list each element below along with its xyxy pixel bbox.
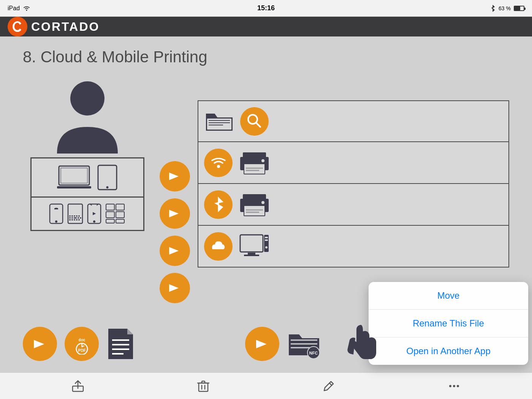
bottom-toolbar [0,372,532,399]
bottom-arrow-left [23,327,57,361]
left-section: ▶ [23,78,152,231]
svg-point-31 [93,220,95,223]
svg-rect-4 [61,168,87,183]
arrow-circle-1 [160,161,190,192]
svg-rect-28 [78,219,80,220]
status-right: 63 % [490,5,524,12]
bluetooth-circle [204,190,233,219]
svg-marker-46 [169,284,179,292]
svg-rect-67 [241,236,262,250]
status-left: iPad [8,5,30,12]
svg-rect-61 [243,194,266,200]
svg-rect-25 [71,219,73,220]
document-icon [106,327,135,361]
bluetooth-icon [490,5,496,12]
svg-rect-16 [74,215,75,217]
svg-rect-20 [71,217,73,218]
printer-icon-2 [238,191,271,218]
open-in-app-button[interactable]: Open in Another App [369,337,528,365]
svg-rect-14 [69,215,71,217]
svg-point-95 [457,385,459,387]
iphone-icon [49,203,63,224]
time-display: 15:16 [257,4,275,12]
cloud-circle [204,232,233,261]
svg-rect-38 [107,212,114,217]
arrow-circle-2 [160,198,190,229]
option-row-3 [198,184,509,226]
svg-marker-81 [256,340,267,348]
svg-rect-56 [244,164,265,174]
laptop-icon [57,164,91,191]
app-logo: CORTADO [8,17,100,36]
svg-text:NFC: NFC [309,351,318,355]
svg-rect-69 [244,255,259,256]
svg-rect-68 [248,253,255,255]
svg-rect-18 [78,215,80,217]
arrow-circle-4 [160,273,190,303]
svg-rect-24 [69,219,71,220]
svg-rect-36 [117,205,124,209]
option-row-4 [198,226,509,268]
svg-text:doc: doc [78,338,85,342]
doc-pdf-circle: doc PDF [65,327,99,361]
svg-rect-21 [74,217,77,218]
svg-rect-41 [106,219,114,223]
svg-rect-19 [69,217,71,218]
android-icon: ▶ [87,203,101,224]
devices-top [32,158,143,198]
arrows-column [152,161,198,303]
wifi-circle [204,149,233,177]
svg-marker-45 [169,247,179,255]
svg-text:PDF: PDF [78,348,86,352]
bottom-arrow-right [245,327,279,361]
svg-point-2 [70,81,104,116]
svg-point-8 [106,186,109,188]
svg-point-59 [261,159,264,162]
battery-icon [514,6,524,11]
svg-rect-88 [199,383,208,391]
svg-point-11 [55,220,57,223]
delete-button[interactable] [196,378,211,394]
svg-rect-63 [246,209,263,211]
svg-rect-40 [117,212,124,217]
svg-point-65 [261,201,264,204]
more-button[interactable] [446,378,462,394]
desktop-icon [238,233,271,260]
nav-bar: CORTADO [0,17,532,36]
svg-rect-17 [76,215,78,217]
svg-rect-27 [76,219,78,220]
svg-point-0 [26,10,27,11]
svg-rect-15 [71,215,73,217]
arrow-circle-3 [160,236,190,266]
share-button[interactable] [70,378,86,394]
rename-button[interactable]: Rename This File [369,310,528,337]
svg-text:▶: ▶ [93,211,96,215]
svg-rect-58 [246,170,259,171]
svg-rect-57 [246,168,263,169]
right-section [198,100,509,268]
svg-rect-55 [243,152,266,158]
diagram-area: ▶ [23,78,509,303]
svg-marker-43 [169,173,179,180]
device-label: iPad [8,5,20,12]
bottom-row: doc PDF NFC [23,327,321,361]
svg-rect-7 [100,168,115,186]
svg-rect-64 [246,212,259,213]
svg-line-52 [256,123,260,127]
blackberry-icon [67,203,83,224]
slide-title: 8. Cloud & Mobile Printing [23,48,509,66]
nfc-folder-icon: NFC [287,327,321,361]
edit-button[interactable] [321,378,336,394]
monitor-grid-icon [105,203,126,224]
svg-rect-23 [80,217,81,218]
svg-point-93 [449,385,451,387]
svg-marker-74 [34,340,44,348]
move-button[interactable]: Move [369,282,528,310]
option-row-2 [198,142,509,184]
svg-line-92 [329,383,332,385]
person-icon [53,78,122,154]
svg-rect-13 [69,206,81,214]
tablet-icon [97,164,118,191]
device-box: ▶ [30,157,144,231]
svg-rect-34 [107,205,114,209]
